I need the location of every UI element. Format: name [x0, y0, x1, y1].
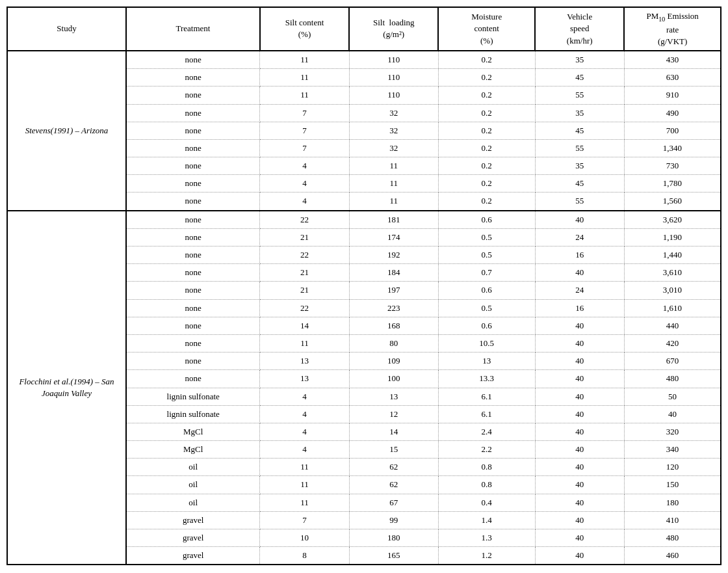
header-moisture: Moisturecontent(%): [438, 7, 535, 51]
data-cell-silt_loading: 165: [349, 547, 438, 565]
data-cell-pm10: 430: [624, 51, 721, 69]
data-cell-speed: 16: [535, 299, 624, 317]
data-cell-speed: 55: [535, 87, 624, 104]
data-cell-moisture: 0.2: [438, 51, 535, 69]
data-cell-pm10: 460: [624, 547, 721, 565]
data-cell-moisture: 0.2: [438, 104, 535, 122]
data-cell-silt_loading: 99: [349, 511, 438, 529]
data-cell-silt_loading: 223: [349, 299, 438, 317]
data-cell-pm10: 1,780: [624, 175, 721, 193]
data-cell-moisture: 0.2: [438, 157, 535, 175]
data-cell-moisture: 0.5: [438, 299, 535, 317]
treatment-cell: lignin sulfonate: [126, 388, 260, 405]
data-cell-silt_content: 13: [260, 353, 349, 370]
data-cell-silt_loading: 180: [349, 529, 438, 547]
data-cell-pm10: 1,190: [624, 228, 721, 246]
data-cell-moisture: 6.1: [438, 388, 535, 405]
header-study: Study: [7, 7, 126, 51]
data-cell-silt_loading: 109: [349, 353, 438, 370]
data-cell-silt_content: 22: [260, 299, 349, 317]
data-cell-speed: 40: [535, 476, 624, 494]
data-cell-moisture: 0.6: [438, 317, 535, 334]
data-cell-moisture: 0.6: [438, 282, 535, 299]
treatment-cell: none: [126, 228, 260, 246]
header-silt-content: Silt content(%): [260, 7, 349, 51]
data-cell-pm10: 3,610: [624, 264, 721, 282]
data-cell-speed: 40: [535, 529, 624, 547]
data-cell-speed: 40: [535, 494, 624, 511]
treatment-cell: none: [126, 87, 260, 104]
treatment-cell: none: [126, 264, 260, 282]
treatment-cell: none: [126, 370, 260, 388]
data-cell-silt_content: 11: [260, 69, 349, 87]
data-cell-pm10: 3,010: [624, 282, 721, 299]
treatment-cell: MgCl: [126, 441, 260, 459]
data-cell-silt_content: 11: [260, 494, 349, 511]
data-cell-pm10: 730: [624, 157, 721, 175]
data-cell-pm10: 1,340: [624, 139, 721, 157]
data-cell-moisture: 0.4: [438, 494, 535, 511]
study-cell-0: Stevens(1991) – Arizona: [7, 51, 126, 211]
data-cell-silt_loading: 32: [349, 122, 438, 139]
data-cell-silt_content: 4: [260, 193, 349, 211]
treatment-cell: none: [126, 157, 260, 175]
data-cell-speed: 40: [535, 547, 624, 565]
data-cell-speed: 40: [535, 353, 624, 370]
data-cell-pm10: 120: [624, 459, 721, 476]
data-cell-moisture: 0.2: [438, 139, 535, 157]
treatment-cell: none: [126, 299, 260, 317]
treatment-cell: none: [126, 193, 260, 211]
data-cell-speed: 55: [535, 139, 624, 157]
data-cell-silt_loading: 67: [349, 494, 438, 511]
data-table: Study Treatment Silt content(%) Silt loa…: [6, 7, 722, 565]
treatment-cell: none: [126, 69, 260, 87]
data-cell-moisture: 0.2: [438, 87, 535, 104]
data-cell-silt_content: 14: [260, 317, 349, 334]
treatment-cell: gravel: [126, 529, 260, 547]
data-cell-pm10: 670: [624, 353, 721, 370]
data-cell-moisture: 0.8: [438, 459, 535, 476]
data-cell-moisture: 1.4: [438, 511, 535, 529]
data-cell-speed: 40: [535, 405, 624, 423]
data-cell-pm10: 700: [624, 122, 721, 139]
data-cell-speed: 35: [535, 104, 624, 122]
data-cell-pm10: 410: [624, 511, 721, 529]
data-cell-moisture: 0.2: [438, 69, 535, 87]
data-cell-pm10: 440: [624, 317, 721, 334]
data-cell-moisture: 1.2: [438, 547, 535, 565]
data-cell-silt_loading: 62: [349, 476, 438, 494]
data-cell-pm10: 1,560: [624, 193, 721, 211]
treatment-cell: oil: [126, 476, 260, 494]
data-cell-pm10: 150: [624, 476, 721, 494]
data-cell-moisture: 10.5: [438, 334, 535, 352]
data-cell-speed: 45: [535, 122, 624, 139]
data-cell-speed: 40: [535, 264, 624, 282]
header-speed: Vehiclespeed(km/hr): [535, 7, 624, 51]
treatment-cell: none: [126, 247, 260, 264]
data-cell-speed: 40: [535, 334, 624, 352]
data-cell-speed: 40: [535, 511, 624, 529]
data-cell-silt_loading: 11: [349, 175, 438, 193]
data-cell-silt_content: 7: [260, 511, 349, 529]
data-cell-moisture: 0.2: [438, 175, 535, 193]
data-cell-silt_content: 4: [260, 441, 349, 459]
data-cell-speed: 40: [535, 459, 624, 476]
data-cell-pm10: 1,610: [624, 299, 721, 317]
treatment-cell: MgCl: [126, 423, 260, 440]
data-cell-speed: 16: [535, 247, 624, 264]
header-silt-loading: Silt loading(g/m²): [349, 7, 438, 51]
treatment-cell: none: [126, 139, 260, 157]
data-cell-speed: 40: [535, 317, 624, 334]
data-cell-silt_loading: 62: [349, 459, 438, 476]
data-cell-silt_content: 11: [260, 459, 349, 476]
treatment-cell: oil: [126, 459, 260, 476]
data-cell-speed: 45: [535, 69, 624, 87]
data-cell-silt_loading: 100: [349, 370, 438, 388]
treatment-cell: none: [126, 175, 260, 193]
data-cell-silt_loading: 168: [349, 317, 438, 334]
treatment-cell: none: [126, 211, 260, 229]
data-cell-silt_loading: 80: [349, 334, 438, 352]
data-cell-silt_loading: 14: [349, 423, 438, 440]
treatment-cell: lignin sulfonate: [126, 405, 260, 423]
data-cell-moisture: 0.6: [438, 211, 535, 229]
